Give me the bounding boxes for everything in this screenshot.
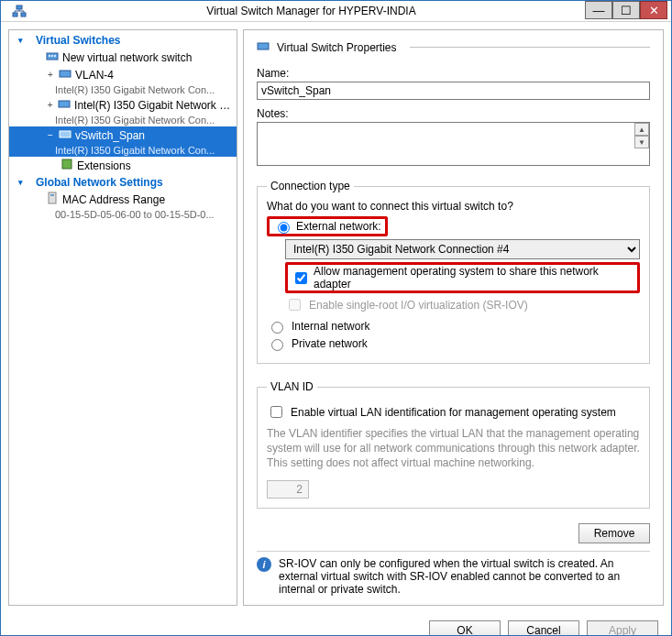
notes-textarea[interactable]	[257, 122, 650, 166]
tree-mac-range-sub: 00-15-5D-05-06-00 to 00-15-5D-0...	[9, 208, 237, 221]
maximize-button[interactable]: ☐	[612, 1, 640, 19]
close-button[interactable]: ✕	[640, 1, 667, 19]
scroll-up-icon[interactable]: ▲	[634, 123, 649, 136]
tree-item-label: VLAN-4	[75, 69, 114, 82]
vlan-id-group: VLAN ID Enable virtual LAN identificatio…	[257, 380, 650, 509]
dialog-footer: OK Cancel Apply	[1, 613, 671, 636]
checkbox-enable-vlan[interactable]	[270, 406, 282, 418]
collapse-icon[interactable]: −	[46, 130, 55, 140]
vlan-id-input	[267, 480, 309, 499]
svg-rect-10	[62, 159, 72, 169]
svg-rect-0	[17, 5, 22, 9]
svg-rect-7	[60, 71, 71, 77]
network-switch-icon	[257, 39, 270, 55]
remove-button[interactable]: Remove	[578, 523, 650, 543]
sriov-info-text: SR-IOV can only be configured when the v…	[279, 557, 650, 596]
tree-section-global-settings[interactable]: Global Network Settings	[9, 174, 237, 191]
svg-rect-1	[13, 13, 17, 16]
svg-rect-2	[21, 13, 26, 16]
radio-external-network[interactable]	[278, 222, 290, 234]
switch-name-input[interactable]	[257, 82, 650, 100]
highlight-allow-mgmt: Allow management operating system to sha…	[285, 262, 640, 293]
tree-section-virtual-switches[interactable]: Virtual Switches	[9, 32, 237, 49]
name-label: Name:	[257, 67, 650, 80]
cancel-button[interactable]: Cancel	[508, 620, 579, 636]
radio-private-network[interactable]	[271, 339, 283, 351]
window-title: Virtual Switch Manager for HYPERV-INDIA	[38, 5, 585, 17]
svg-rect-13	[258, 43, 269, 49]
apply-button: Apply	[587, 620, 658, 636]
tree-switch-vspan-sub: Intel(R) I350 Gigabit Network Con...	[9, 144, 237, 157]
left-tree-pane: Virtual Switches New virtual network swi…	[8, 29, 237, 606]
checkbox-allow-mgmt-os[interactable]	[295, 272, 307, 284]
tree-item-label: Extensions	[77, 159, 131, 172]
extensions-icon	[61, 158, 73, 173]
tree-switch-vlan4[interactable]: + VLAN-4	[9, 66, 237, 83]
tree-item-label: vSwitch_Span	[75, 129, 145, 142]
highlight-external-option: External network:	[267, 216, 388, 236]
app-icon	[1, 4, 38, 18]
network-switch-icon	[59, 67, 72, 82]
external-adapter-select[interactable]: Intel(R) I350 Gigabit Network Connection…	[285, 239, 640, 259]
divider	[410, 47, 651, 48]
radio-internal-label: Internal network	[292, 320, 369, 333]
expand-icon[interactable]: +	[46, 100, 54, 110]
tree-new-virtual-switch[interactable]: New virtual network switch	[9, 49, 237, 66]
vlan-help-text: The VLAN identifier specifies the virtua…	[267, 426, 640, 471]
tree-item-label: MAC Address Range	[62, 193, 165, 206]
tree-switch-intel-sub: Intel(R) I350 Gigabit Network Con...	[9, 114, 237, 126]
connection-type-prompt: What do you want to connect this virtual…	[267, 200, 640, 213]
tree-item-label: Intel(R) I350 Gigabit Network Con...	[74, 99, 233, 112]
info-icon: i	[257, 557, 271, 572]
tree-extensions[interactable]: Extensions	[9, 157, 237, 174]
titlebar: Virtual Switch Manager for HYPERV-INDIA …	[1, 1, 671, 22]
mac-range-icon	[46, 192, 59, 207]
svg-rect-12	[50, 194, 54, 196]
svg-point-6	[54, 55, 56, 57]
connection-type-legend: Connection type	[267, 180, 354, 192]
network-switch-icon	[59, 127, 72, 143]
radio-private-label: Private network	[292, 337, 368, 350]
notes-label: Notes:	[257, 107, 650, 120]
network-switch-icon	[46, 49, 59, 65]
checkbox-sriov-label: Enable single-root I/O virtualization (S…	[309, 299, 528, 312]
divider	[257, 551, 650, 552]
svg-rect-8	[59, 101, 70, 107]
expand-icon[interactable]: +	[46, 70, 55, 80]
checkbox-allow-mgmt-label: Allow management operating system to sha…	[314, 265, 633, 291]
checkbox-enable-vlan-label: Enable virtual LAN identification for ma…	[291, 406, 616, 419]
svg-point-5	[51, 55, 53, 57]
tree-switch-vlan4-sub: Intel(R) I350 Gigabit Network Con...	[9, 83, 237, 96]
properties-pane: Virtual Switch Properties Name: Notes: ▲…	[243, 29, 664, 606]
tree-item-label: New virtual network switch	[62, 51, 192, 64]
checkbox-sriov	[289, 299, 301, 311]
properties-header: Virtual Switch Properties	[277, 41, 397, 54]
tree-switch-intel[interactable]: + Intel(R) I350 Gigabit Network Con...	[9, 96, 237, 114]
vlan-id-legend: VLAN ID	[267, 380, 317, 393]
scroll-down-icon[interactable]: ▼	[634, 136, 649, 148]
radio-external-label: External network:	[296, 220, 381, 233]
tree-mac-range[interactable]: MAC Address Range	[9, 191, 237, 208]
network-switch-icon	[58, 97, 71, 113]
svg-point-4	[49, 55, 50, 57]
notes-scrollbar[interactable]: ▲▼	[634, 123, 649, 148]
svg-rect-9	[60, 131, 71, 137]
connection-type-group: Connection type What do you want to conn…	[257, 180, 650, 364]
minimize-button[interactable]: —	[585, 1, 612, 19]
svg-rect-11	[49, 192, 56, 203]
ok-button[interactable]: OK	[429, 620, 501, 636]
tree-switch-vspan[interactable]: − vSwitch_Span	[9, 126, 237, 144]
radio-internal-network[interactable]	[271, 322, 283, 334]
